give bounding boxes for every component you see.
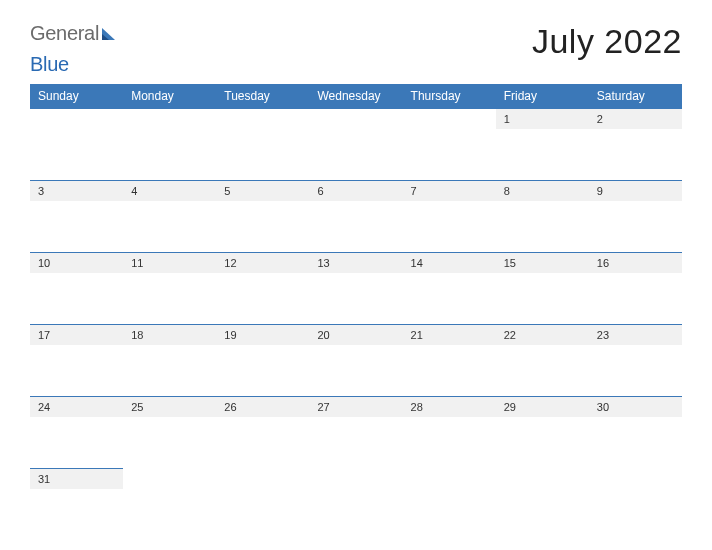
day-number: 20 xyxy=(309,325,402,345)
brand-word-blue: Blue xyxy=(30,53,69,75)
day-number: 26 xyxy=(216,397,309,417)
day-number: 9 xyxy=(589,181,682,201)
day-number: 31 xyxy=(30,469,123,489)
calendar-cell: . xyxy=(30,109,123,181)
calendar-cell: . xyxy=(403,109,496,181)
calendar-cell: 21 xyxy=(403,325,496,397)
calendar-cell: 20 xyxy=(309,325,402,397)
day-number: 24 xyxy=(30,397,123,417)
calendar-body: .....12345678910111213141516171819202122… xyxy=(30,109,682,541)
day-number: 25 xyxy=(123,397,216,417)
day-number: 28 xyxy=(403,397,496,417)
calendar-cell: 27 xyxy=(309,397,402,469)
day-number: 27 xyxy=(309,397,402,417)
calendar-cell: . xyxy=(123,109,216,181)
calendar-week-row: 24252627282930 xyxy=(30,397,682,469)
day-number: 6 xyxy=(309,181,402,201)
day-header: Sunday xyxy=(30,84,123,109)
calendar-cell: 31 xyxy=(30,469,123,541)
day-number: 21 xyxy=(403,325,496,345)
calendar-cell: . xyxy=(309,469,402,541)
day-header: Wednesday xyxy=(309,84,402,109)
calendar-cell: . xyxy=(216,469,309,541)
calendar-cell: 7 xyxy=(403,181,496,253)
day-number: 17 xyxy=(30,325,123,345)
calendar-cell: 25 xyxy=(123,397,216,469)
month-title: July 2022 xyxy=(532,22,682,61)
calendar-week-row: 10111213141516 xyxy=(30,253,682,325)
calendar-cell: 2 xyxy=(589,109,682,181)
day-number: 12 xyxy=(216,253,309,273)
day-number: 4 xyxy=(123,181,216,201)
calendar-cell: 16 xyxy=(589,253,682,325)
day-number: 22 xyxy=(496,325,589,345)
calendar-cell: . xyxy=(123,469,216,541)
calendar-cell: 30 xyxy=(589,397,682,469)
calendar-week-row: 17181920212223 xyxy=(30,325,682,397)
day-header: Tuesday xyxy=(216,84,309,109)
calendar-cell: 8 xyxy=(496,181,589,253)
calendar-cell: . xyxy=(216,109,309,181)
day-header: Saturday xyxy=(589,84,682,109)
calendar-cell: 5 xyxy=(216,181,309,253)
calendar-cell: 13 xyxy=(309,253,402,325)
calendar-cell: 3 xyxy=(30,181,123,253)
calendar-cell: 10 xyxy=(30,253,123,325)
day-number: 2 xyxy=(589,109,682,129)
day-number: 8 xyxy=(496,181,589,201)
calendar-cell: 12 xyxy=(216,253,309,325)
day-header: Thursday xyxy=(403,84,496,109)
calendar-cell: 26 xyxy=(216,397,309,469)
calendar-week-row: 31...... xyxy=(30,469,682,541)
calendar-week-row: .....12 xyxy=(30,109,682,181)
day-number: 1 xyxy=(496,109,589,129)
calendar-header-row: Sunday Monday Tuesday Wednesday Thursday… xyxy=(30,84,682,109)
day-number: 19 xyxy=(216,325,309,345)
calendar-cell: 29 xyxy=(496,397,589,469)
calendar-cell: . xyxy=(496,469,589,541)
calendar-cell: 6 xyxy=(309,181,402,253)
sail-icon xyxy=(101,27,117,41)
calendar-cell: 9 xyxy=(589,181,682,253)
day-header: Friday xyxy=(496,84,589,109)
day-number: 30 xyxy=(589,397,682,417)
calendar-cell: . xyxy=(309,109,402,181)
calendar-cell: 24 xyxy=(30,397,123,469)
day-number: 13 xyxy=(309,253,402,273)
calendar-cell: 28 xyxy=(403,397,496,469)
day-number: 7 xyxy=(403,181,496,201)
calendar-cell: 4 xyxy=(123,181,216,253)
calendar-cell: 14 xyxy=(403,253,496,325)
day-number: 11 xyxy=(123,253,216,273)
calendar-week-row: 3456789 xyxy=(30,181,682,253)
calendar-cell: . xyxy=(403,469,496,541)
calendar-table: Sunday Monday Tuesday Wednesday Thursday… xyxy=(30,84,682,541)
day-number: 18 xyxy=(123,325,216,345)
day-number: 14 xyxy=(403,253,496,273)
calendar-cell: 19 xyxy=(216,325,309,397)
calendar-cell: 15 xyxy=(496,253,589,325)
brand-word-general: General xyxy=(30,22,99,45)
day-number: 23 xyxy=(589,325,682,345)
day-number: 3 xyxy=(30,181,123,201)
calendar-cell: 11 xyxy=(123,253,216,325)
day-number: 15 xyxy=(496,253,589,273)
calendar-cell: 1 xyxy=(496,109,589,181)
day-number: 29 xyxy=(496,397,589,417)
calendar-cell: 22 xyxy=(496,325,589,397)
calendar-cell: . xyxy=(589,469,682,541)
calendar-cell: 17 xyxy=(30,325,123,397)
calendar-cell: 18 xyxy=(123,325,216,397)
day-header: Monday xyxy=(123,84,216,109)
day-number: 16 xyxy=(589,253,682,273)
day-number: 5 xyxy=(216,181,309,201)
day-number: 10 xyxy=(30,253,123,273)
brand-logo: General xyxy=(30,22,117,45)
calendar-cell: 23 xyxy=(589,325,682,397)
